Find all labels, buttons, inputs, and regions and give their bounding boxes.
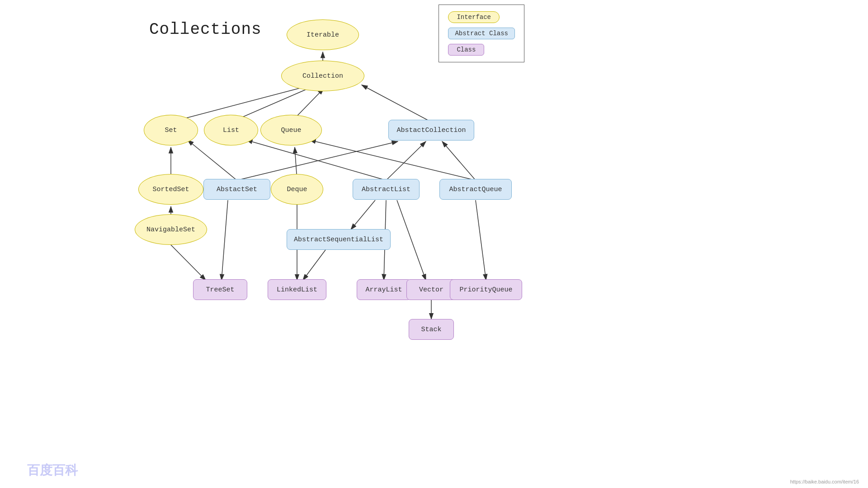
watermark: 百度百科 [27,462,78,479]
svg-line-17 [351,200,375,230]
node-abstractsequentiallist: AbstractSequentialList [287,229,391,250]
legend-abstract-label: Abstract Class [448,28,515,39]
svg-line-16 [222,200,228,280]
node-stack: Stack [409,319,454,340]
node-treeset: TreeSet [193,279,247,300]
url-text: https://baike.baidu.com/item/16 [790,479,859,484]
node-navigableset: NavigableSet [135,214,207,245]
legend-box: Interface Abstract Class Class [439,5,524,62]
node-set: Set [144,115,198,145]
svg-line-22 [303,250,326,280]
svg-line-20 [476,200,486,280]
legend-interface-label: Interface [448,11,500,23]
node-sortedset: SortedSet [138,174,203,205]
legend-interface: Interface [448,11,515,23]
svg-line-12 [246,140,386,180]
svg-line-5 [362,85,431,122]
node-abstractlist: AbstractList [353,179,420,200]
legend-class-label: Class [448,44,484,56]
svg-line-15 [171,245,206,280]
page-title: Collections [149,20,262,39]
node-list: List [204,115,258,145]
node-abstractcollection: AbstactCollection [388,120,474,141]
node-collection: Collection [281,61,364,91]
svg-line-9 [237,141,398,180]
svg-line-10 [386,141,426,180]
svg-line-19 [397,200,426,280]
node-priorityqueue: PriorityQueue [450,279,522,300]
node-abstractqueue: AbstractQueue [439,179,512,200]
node-linkedlist: LinkedList [268,279,326,300]
node-arraylist: ArrayList [357,279,411,300]
node-queue: Queue [260,115,322,145]
svg-line-13 [310,140,476,180]
node-vector: Vector [406,279,456,300]
legend-class: Class [448,44,515,56]
svg-line-11 [442,141,476,180]
legend-abstract: Abstract Class [448,28,515,39]
node-abstactset: AbstactSet [203,179,270,200]
svg-line-7 [188,140,237,180]
baidu-logo: 百度百科 [27,462,78,479]
node-deque: Deque [271,174,323,205]
node-iterable: Iterable [287,19,359,50]
